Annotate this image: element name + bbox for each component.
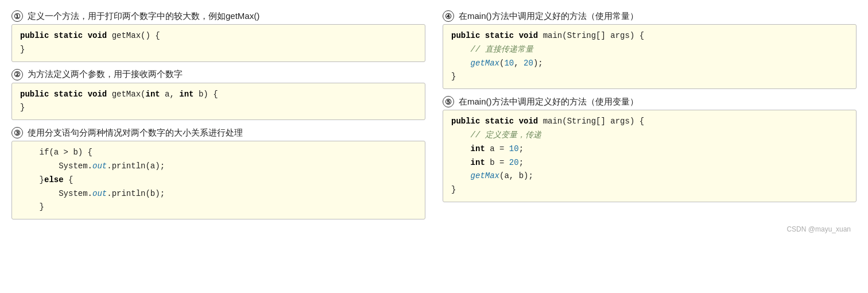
section-1-label: ① 定义一个方法，用于打印两个数字中的较大数，例如getMax(): [11, 10, 425, 22]
main-layout: ① 定义一个方法，用于打印两个数字中的较大数，例如getMax() public…: [11, 10, 857, 221]
code-box-2: public static void getMax(int a, int b) …: [11, 83, 425, 121]
section-4-text: 在main()方法中调用定义好的方法（使用常量）: [459, 11, 638, 22]
code-box-4: public static void main(String[] args) {…: [443, 24, 857, 89]
circle-num-1: ①: [11, 10, 23, 22]
footer: CSDN @mayu_xuan: [11, 225, 857, 233]
section-4-label: ④ 在main()方法中调用定义好的方法（使用常量）: [443, 10, 857, 22]
section-2-label: ② 为方法定义两个参数，用于接收两个数字: [11, 69, 425, 80]
section-2-text: 为方法定义两个参数，用于接收两个数字: [28, 69, 183, 80]
circle-num-2: ②: [11, 69, 23, 80]
section-5-label: ⑤ 在main()方法中调用定义好的方法（使用变量）: [443, 96, 857, 107]
left-column: ① 定义一个方法，用于打印两个数字中的较大数，例如getMax() public…: [11, 10, 425, 221]
section-1-text: 定义一个方法，用于打印两个数字中的较大数，例如getMax(): [28, 11, 259, 22]
right-column: ④ 在main()方法中调用定义好的方法（使用常量） public static…: [443, 10, 857, 203]
section-3-text: 使用分支语句分两种情况对两个数字的大小关系进行处理: [28, 128, 243, 138]
section-4: ④ 在main()方法中调用定义好的方法（使用常量） public static…: [443, 10, 857, 89]
code-box-1: public static void getMax() { }: [11, 24, 425, 62]
code-box-5: public static void main(String[] args) {…: [443, 110, 857, 202]
circle-num-4: ④: [443, 10, 454, 22]
section-3-label: ③ 使用分支语句分两种情况对两个数字的大小关系进行处理: [11, 127, 425, 138]
circle-num-5: ⑤: [443, 96, 454, 107]
section-1: ① 定义一个方法，用于打印两个数字中的较大数，例如getMax() public…: [11, 10, 425, 62]
section-5-text: 在main()方法中调用定义好的方法（使用变量）: [459, 97, 638, 107]
section-3: ③ 使用分支语句分两种情况对两个数字的大小关系进行处理 if(a > b) { …: [11, 127, 425, 219]
section-5: ⑤ 在main()方法中调用定义好的方法（使用变量） public static…: [443, 96, 857, 202]
circle-num-3: ③: [11, 127, 23, 138]
section-2: ② 为方法定义两个参数，用于接收两个数字 public static void …: [11, 69, 425, 121]
code-box-3: if(a > b) { System.out.println(a); }else…: [11, 141, 425, 219]
